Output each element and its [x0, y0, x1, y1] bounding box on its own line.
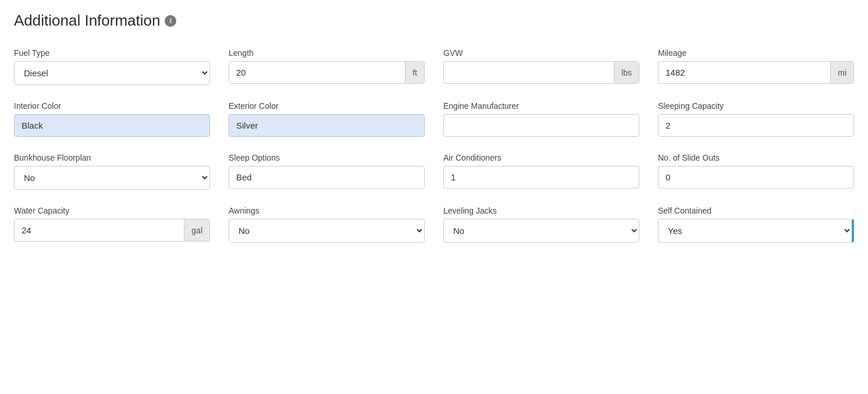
bunkhouse-floorplan-select[interactable]: No Yes	[15, 166, 209, 189]
awnings-group: Awnings No Yes	[229, 206, 425, 243]
sleep-options-label: Sleep Options	[229, 153, 425, 162]
slide-outs-input[interactable]	[659, 166, 853, 188]
interior-color-group: Interior Color	[14, 101, 210, 137]
mileage-input[interactable]	[659, 62, 830, 83]
leveling-jacks-group: Leveling Jacks No Yes	[443, 206, 639, 243]
mileage-label: Mileage	[658, 48, 854, 58]
interior-color-input-wrapper	[14, 114, 210, 137]
engine-manufacturer-group: Engine Manufacturer	[443, 101, 639, 137]
exterior-color-group: Exterior Color	[229, 101, 425, 137]
exterior-color-label: Exterior Color	[229, 101, 425, 111]
leveling-jacks-label: Leveling Jacks	[443, 206, 639, 215]
fuel-type-group: Fuel Type Diesel Gas Electric Hybrid	[14, 48, 210, 85]
interior-color-input[interactable]	[15, 115, 209, 136]
slide-outs-input-wrapper	[658, 166, 854, 189]
air-conditioners-input-wrapper	[443, 166, 639, 189]
page-title-text: Additional Information	[14, 12, 160, 30]
leveling-jacks-select[interactable]: No Yes	[444, 219, 639, 242]
water-capacity-suffix: gal	[184, 219, 209, 241]
engine-manufacturer-input-wrapper	[443, 114, 639, 137]
page-wrapper: Additional Information i Fuel Type Diese…	[14, 12, 854, 243]
length-suffix: ft	[405, 62, 424, 83]
awnings-select[interactable]: No Yes	[229, 219, 424, 242]
bunkhouse-floorplan-group: Bunkhouse Floorplan No Yes	[14, 153, 210, 190]
self-contained-select-wrapper: Yes No	[658, 219, 854, 243]
water-capacity-input-wrapper: gal	[14, 219, 210, 242]
mileage-input-wrapper: mi	[658, 61, 854, 84]
engine-manufacturer-input[interactable]	[444, 115, 639, 136]
awnings-label: Awnings	[229, 206, 425, 215]
sleeping-capacity-input-wrapper	[658, 114, 854, 137]
air-conditioners-label: Air Conditioners	[443, 153, 639, 162]
length-label: Length	[229, 48, 425, 58]
length-input[interactable]	[229, 62, 405, 83]
water-capacity-input[interactable]	[15, 219, 184, 241]
self-contained-label: Self Contained	[658, 206, 854, 215]
leveling-jacks-select-wrapper: No Yes	[443, 219, 639, 243]
bunkhouse-floorplan-select-wrapper: No Yes	[14, 166, 210, 190]
page-title: Additional Information i	[14, 12, 854, 30]
slide-outs-group: No. of Slide Outs	[658, 153, 854, 190]
gvw-suffix: lbs	[614, 62, 639, 83]
sleep-options-input[interactable]	[229, 166, 424, 188]
mileage-suffix: mi	[830, 62, 853, 83]
length-group: Length ft	[229, 48, 425, 85]
sleeping-capacity-group: Sleeping Capacity	[658, 101, 854, 137]
water-capacity-group: Water Capacity gal	[14, 206, 210, 243]
slide-outs-label: No. of Slide Outs	[658, 153, 854, 162]
sleep-options-group: Sleep Options	[229, 153, 425, 190]
air-conditioners-input[interactable]	[444, 166, 639, 188]
awnings-select-wrapper: No Yes	[229, 219, 425, 243]
sleep-options-input-wrapper	[229, 166, 425, 189]
fuel-type-select-wrapper: Diesel Gas Electric Hybrid	[14, 61, 210, 85]
self-contained-group: Self Contained Yes No	[658, 206, 854, 243]
engine-manufacturer-label: Engine Manufacturer	[443, 101, 639, 111]
form-grid: Fuel Type Diesel Gas Electric Hybrid Len…	[14, 48, 854, 243]
exterior-color-input[interactable]	[229, 115, 424, 136]
gvw-input[interactable]	[444, 62, 614, 83]
exterior-color-input-wrapper	[229, 114, 425, 137]
gvw-input-wrapper: lbs	[443, 61, 639, 84]
length-input-wrapper: ft	[229, 61, 425, 84]
sleeping-capacity-input[interactable]	[659, 115, 853, 136]
interior-color-label: Interior Color	[14, 101, 210, 111]
gvw-label: GVW	[443, 48, 639, 58]
air-conditioners-group: Air Conditioners	[443, 153, 639, 190]
fuel-type-select[interactable]: Diesel Gas Electric Hybrid	[15, 62, 209, 84]
mileage-group: Mileage mi	[658, 48, 854, 85]
self-contained-select[interactable]: Yes No	[659, 219, 852, 242]
info-icon[interactable]: i	[165, 15, 176, 27]
fuel-type-label: Fuel Type	[14, 48, 210, 58]
bunkhouse-floorplan-label: Bunkhouse Floorplan	[14, 153, 210, 162]
water-capacity-label: Water Capacity	[14, 206, 210, 215]
gvw-group: GVW lbs	[443, 48, 639, 85]
sleeping-capacity-label: Sleeping Capacity	[658, 101, 854, 111]
